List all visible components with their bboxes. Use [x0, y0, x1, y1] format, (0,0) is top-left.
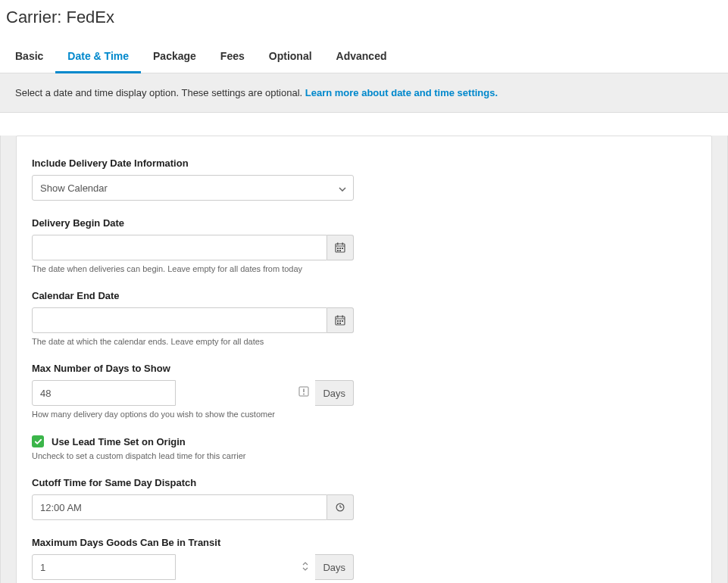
- info-bar: Select a date and time display option. T…: [0, 73, 728, 113]
- tabs-nav: Basic Date & Time Package Fees Optional …: [0, 42, 728, 73]
- tab-package[interactable]: Package: [141, 42, 208, 73]
- svg-rect-15: [342, 320, 343, 322]
- days-suffix: Days: [315, 554, 354, 580]
- svg-rect-2: [337, 243, 339, 245]
- calendar-icon[interactable]: [327, 307, 354, 333]
- end-date-label: Calendar End Date: [32, 290, 696, 301]
- svg-rect-5: [339, 248, 341, 249]
- svg-rect-16: [337, 323, 339, 324]
- end-date-help: The date at which the calendar ends. Lea…: [32, 337, 696, 346]
- begin-date-input[interactable]: [32, 235, 327, 260]
- svg-rect-4: [337, 248, 339, 249]
- end-date-input[interactable]: [32, 307, 327, 333]
- alert-icon: [298, 386, 309, 400]
- svg-rect-14: [339, 320, 341, 322]
- max-days-label: Max Number of Days to Show: [32, 363, 696, 374]
- svg-rect-17: [339, 323, 341, 324]
- tab-date-time[interactable]: Date & Time: [55, 42, 141, 73]
- tab-optional[interactable]: Optional: [257, 42, 324, 73]
- spinner-icon[interactable]: [302, 561, 309, 573]
- max-days-input[interactable]: [32, 380, 176, 406]
- svg-rect-11: [337, 316, 339, 318]
- learn-more-link[interactable]: Learn more about date and time settings.: [305, 87, 498, 98]
- cutoff-input[interactable]: [32, 494, 327, 520]
- info-text: Select a date and time display option. T…: [15, 87, 305, 98]
- svg-rect-7: [337, 250, 339, 251]
- tab-fees[interactable]: Fees: [208, 42, 257, 73]
- lead-time-checkbox[interactable]: [32, 435, 44, 447]
- begin-date-label: Delivery Begin Date: [32, 217, 696, 229]
- transit-label: Maximum Days Goods Can Be in Transit: [32, 537, 696, 548]
- svg-rect-6: [342, 248, 343, 249]
- svg-point-20: [303, 394, 305, 395]
- include-delivery-select[interactable]: Show Calendar: [32, 175, 354, 201]
- transit-input[interactable]: [32, 554, 176, 580]
- days-suffix: Days: [315, 380, 354, 406]
- cutoff-label: Cutoff Time for Same Day Dispatch: [32, 477, 696, 488]
- lead-time-help: Uncheck to set a custom dispatch lead ti…: [32, 451, 696, 460]
- svg-rect-13: [337, 320, 339, 322]
- tab-advanced[interactable]: Advanced: [324, 42, 399, 73]
- svg-rect-8: [339, 250, 341, 251]
- settings-panel: Include Delivery Date Information Show C…: [16, 136, 712, 583]
- max-days-help: How many delivery day options do you wis…: [32, 410, 696, 419]
- lead-time-label: Use Lead Time Set on Origin: [52, 436, 186, 447]
- svg-rect-18: [299, 387, 308, 396]
- begin-date-help: The date when deliveries can begin. Leav…: [32, 264, 696, 273]
- calendar-icon[interactable]: [327, 235, 354, 260]
- tab-basic[interactable]: Basic: [3, 42, 55, 73]
- page-title: Carrier: FedEx: [0, 0, 728, 42]
- svg-rect-12: [342, 316, 344, 318]
- clock-icon[interactable]: [327, 494, 354, 520]
- svg-rect-3: [342, 243, 344, 245]
- include-delivery-label: Include Delivery Date Information: [32, 157, 696, 169]
